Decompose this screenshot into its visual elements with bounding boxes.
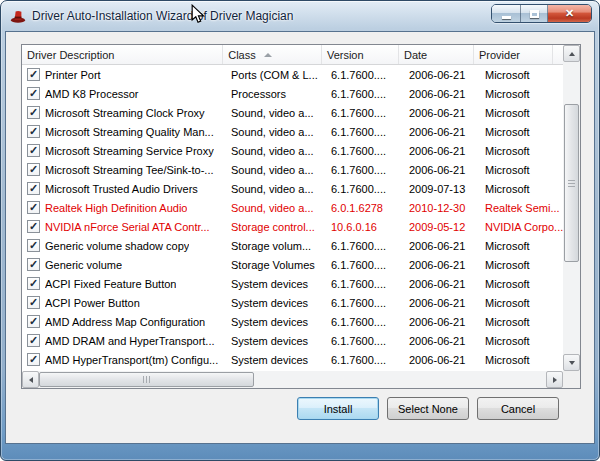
cell-class: Sound, video a... [226, 145, 326, 157]
column-header-driver-description[interactable]: Driver Description [22, 45, 223, 64]
row-checkbox[interactable]: ✓ [27, 201, 40, 214]
table-row[interactable]: ✓Generic volume shadow copyStorage volum… [22, 236, 563, 255]
driver-description-label: Generic volume shadow copy [45, 240, 189, 252]
cell-class: System devices [226, 297, 326, 309]
driver-description-label: AMD HyperTransport(tm) Configu... [45, 354, 218, 366]
row-checkbox[interactable]: ✓ [27, 296, 40, 309]
table-row[interactable]: ✓Printer PortPorts (COM & L...6.1.7600..… [22, 65, 563, 84]
driver-description-label: NVIDIA nForce Serial ATA Contr... [45, 221, 210, 233]
cell-class: System devices [226, 335, 326, 347]
table-row[interactable]: ✓Realtek High Definition AudioSound, vid… [22, 198, 563, 217]
vertical-scroll-thumb[interactable] [564, 104, 579, 262]
select-none-button[interactable]: Select None [387, 397, 469, 420]
row-checkbox[interactable]: ✓ [27, 353, 40, 366]
scroll-left-button[interactable] [22, 371, 39, 388]
cell-provider: Microsoft [480, 145, 563, 157]
cell-provider: Microsoft [480, 107, 563, 119]
title-bar[interactable]: Driver Auto-Installation Wizard of Drive… [1, 1, 599, 31]
horizontal-scroll-thumb[interactable] [39, 372, 254, 387]
table-row[interactable]: ✓Microsoft Streaming Quality Man...Sound… [22, 122, 563, 141]
cell-version: 10.6.0.16 [326, 221, 404, 233]
column-header-label: Version [327, 49, 364, 61]
row-checkbox[interactable]: ✓ [27, 315, 40, 328]
cell-date: 2006-06-21 [404, 316, 480, 328]
row-checkbox[interactable]: ✓ [27, 125, 40, 138]
cell-date: 2006-06-21 [404, 240, 480, 252]
table-row[interactable]: ✓ACPI Power ButtonSystem devices6.1.7600… [22, 293, 563, 312]
driver-description-label: Microsoft Streaming Clock Proxy [45, 107, 205, 119]
scroll-up-button[interactable] [563, 45, 580, 62]
cell-version: 6.1.7600.... [326, 240, 404, 252]
cell-description: ✓Microsoft Streaming Service Proxy [22, 144, 226, 157]
horizontal-scroll-track[interactable] [39, 371, 546, 388]
column-header-label: Driver Description [27, 49, 114, 61]
driver-description-label: Microsoft Streaming Tee/Sink-to-... [45, 164, 214, 176]
cell-date: 2006-06-21 [404, 278, 480, 290]
table-row[interactable]: ✓Microsoft Streaming Clock ProxySound, v… [22, 103, 563, 122]
row-checkbox[interactable]: ✓ [27, 87, 40, 100]
scroll-right-button[interactable] [546, 371, 563, 388]
close-icon: ✕ [565, 8, 574, 19]
close-button[interactable]: ✕ [548, 5, 591, 22]
cell-date: 2009-07-13 [404, 183, 480, 195]
driver-description-label: AMD DRAM and HyperTransport... [45, 335, 215, 347]
cell-version: 6.1.7600.... [326, 183, 404, 195]
list-header: Driver DescriptionClassVersionDateProvid… [22, 45, 563, 65]
column-header-class[interactable]: Class [223, 45, 322, 64]
row-checkbox[interactable]: ✓ [27, 163, 40, 176]
cell-description: ✓AMD DRAM and HyperTransport... [22, 334, 226, 347]
horizontal-scrollbar[interactable] [22, 371, 563, 388]
cell-provider: Microsoft [480, 259, 563, 271]
window-title: Driver Auto-Installation Wizard of Drive… [32, 9, 293, 23]
table-row[interactable]: ✓AMD HyperTransport(tm) Configu...System… [22, 350, 563, 369]
driver-description-label: Microsoft Streaming Quality Man... [45, 126, 214, 138]
vertical-scrollbar[interactable] [563, 45, 580, 371]
cell-version: 6.1.7600.... [326, 278, 404, 290]
cell-version: 6.1.7600.... [326, 145, 404, 157]
cell-provider: Microsoft [480, 297, 563, 309]
cell-provider: NVIDIA Corpo... [480, 221, 563, 233]
minimize-button[interactable] [492, 5, 520, 22]
row-checkbox[interactable]: ✓ [27, 277, 40, 290]
row-checkbox[interactable]: ✓ [27, 220, 40, 233]
table-row[interactable]: ✓AMD Address Map ConfigurationSystem dev… [22, 312, 563, 331]
arrow-up-icon [569, 52, 575, 56]
cell-version: 6.1.7600.... [326, 107, 404, 119]
cell-version: 6.1.7600.... [326, 126, 404, 138]
column-header-provider[interactable]: Provider [474, 45, 553, 64]
row-checkbox[interactable]: ✓ [27, 144, 40, 157]
driver-description-label: Generic volume [45, 259, 122, 271]
thumb-grip-icon [568, 180, 575, 187]
scroll-down-button[interactable] [563, 354, 580, 371]
table-row[interactable]: ✓AMD DRAM and HyperTransport...System de… [22, 331, 563, 350]
install-button[interactable]: Install [297, 397, 379, 420]
row-checkbox[interactable]: ✓ [27, 68, 40, 81]
row-checkbox[interactable]: ✓ [27, 334, 40, 347]
mouse-cursor [191, 4, 205, 25]
cell-date: 2006-06-21 [404, 69, 480, 81]
table-row[interactable]: ✓Generic volumeStorage Volumes6.1.7600..… [22, 255, 563, 274]
row-checkbox[interactable]: ✓ [27, 182, 40, 195]
cell-version: 6.1.7600.... [326, 259, 404, 271]
window-controls: ✕ [491, 4, 592, 23]
row-checkbox[interactable]: ✓ [27, 258, 40, 271]
table-row[interactable]: ✓NVIDIA nForce Serial ATA Contr...Storag… [22, 217, 563, 236]
column-header-version[interactable]: Version [322, 45, 399, 64]
driver-description-label: Realtek High Definition Audio [45, 202, 187, 214]
cancel-button[interactable]: Cancel [477, 397, 559, 420]
table-row[interactable]: ✓Microsoft Trusted Audio DriversSound, v… [22, 179, 563, 198]
table-row[interactable]: ✓AMD K8 ProcessorProcessors6.1.7600....2… [22, 84, 563, 103]
vertical-scroll-track[interactable] [563, 62, 580, 354]
column-header-date[interactable]: Date [399, 45, 474, 64]
table-row[interactable]: ✓Microsoft Streaming Service ProxySound,… [22, 141, 563, 160]
arrow-left-icon [29, 377, 33, 383]
table-row[interactable]: ✓ACPI Fixed Feature ButtonSystem devices… [22, 274, 563, 293]
cell-version: 6.1.7600.... [326, 335, 404, 347]
column-header-label: Provider [479, 49, 520, 61]
cell-description: ✓Microsoft Streaming Quality Man... [22, 125, 226, 138]
row-checkbox[interactable]: ✓ [27, 239, 40, 252]
column-header-filler [553, 45, 563, 64]
maximize-button[interactable] [520, 5, 548, 22]
table-row[interactable]: ✓Microsoft Streaming Tee/Sink-to-...Soun… [22, 160, 563, 179]
row-checkbox[interactable]: ✓ [27, 106, 40, 119]
